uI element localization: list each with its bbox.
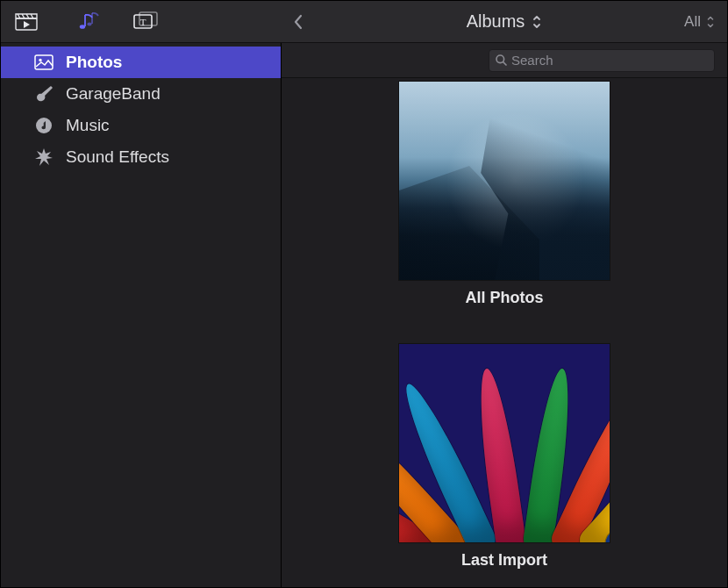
sidebar-item-label: Music xyxy=(66,116,110,135)
svg-point-8 xyxy=(39,59,41,61)
guitar-icon xyxy=(34,84,54,104)
location-popup[interactable]: Albums xyxy=(467,11,543,32)
filter-label: All xyxy=(684,13,701,31)
svg-marker-1 xyxy=(24,21,30,28)
album-title: Last Import xyxy=(461,551,547,570)
photos-icon xyxy=(34,53,54,72)
chevron-up-down-icon xyxy=(706,15,715,29)
svg-point-2 xyxy=(80,25,85,29)
svg-marker-10 xyxy=(35,148,53,166)
back-button[interactable] xyxy=(292,13,304,31)
clapperboard-icon xyxy=(14,12,39,32)
media-sources-sidebar: Photos GarageBand Music xyxy=(1,43,282,587)
sidebar-item-label: Sound Effects xyxy=(66,147,169,167)
location-title: Albums xyxy=(467,11,525,32)
sidebar-item-music[interactable]: Music xyxy=(1,110,281,141)
album-thumbnail xyxy=(399,344,610,542)
text-frame-icon: T xyxy=(132,11,159,32)
album-title: All Photos xyxy=(466,289,544,307)
titles-tab[interactable]: T xyxy=(129,8,162,36)
search-box[interactable] xyxy=(489,49,715,72)
svg-point-3 xyxy=(87,22,91,25)
sidebar-item-label: GarageBand xyxy=(66,84,161,104)
media-tab[interactable] xyxy=(69,8,103,36)
album-thumbnail xyxy=(399,82,610,280)
content-header: Albums All xyxy=(282,1,727,43)
music-note-overlap-icon xyxy=(73,11,99,32)
transitions-tab[interactable] xyxy=(10,8,43,36)
search-row xyxy=(282,43,727,78)
sidebar-item-label: Photos xyxy=(66,53,122,72)
filter-popup[interactable]: All xyxy=(684,1,715,42)
album-item[interactable]: All Photos xyxy=(399,82,610,307)
search-icon xyxy=(495,54,508,67)
albums-grid: All Photos Last Import xyxy=(282,78,727,587)
sidebar-item-photos[interactable]: Photos xyxy=(1,47,281,78)
chevron-up-down-icon xyxy=(532,14,542,30)
search-input[interactable] xyxy=(511,53,709,68)
sidebar-item-sound-effects[interactable]: Sound Effects xyxy=(1,141,281,173)
album-item[interactable]: Last Import xyxy=(399,344,610,570)
sidebar-item-garageband[interactable]: GarageBand xyxy=(1,78,281,110)
svg-line-12 xyxy=(503,62,507,66)
svg-point-11 xyxy=(496,55,504,63)
burst-icon xyxy=(34,147,54,167)
music-icon xyxy=(34,116,54,135)
